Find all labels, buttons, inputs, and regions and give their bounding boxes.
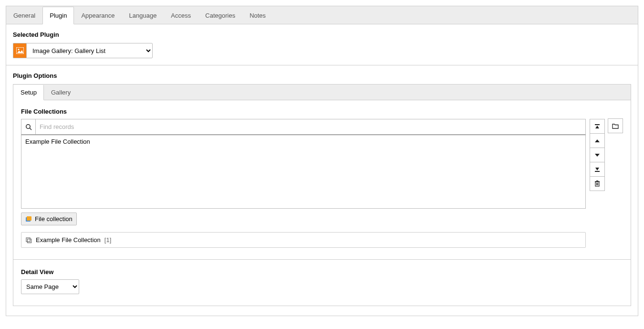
file-collection-row[interactable]: Example File Collection [1] (21, 232, 586, 248)
main-tabs: General Plugin Appearance Language Acces… (6, 6, 638, 24)
svg-rect-6 (26, 238, 30, 242)
svg-marker-12 (595, 168, 599, 170)
copy-icon (25, 237, 32, 244)
plugin-options-label: Plugin Options (13, 72, 631, 79)
svg-rect-5 (27, 216, 31, 221)
plugin-selector-row: Image Gallery: Gallery List (13, 43, 631, 58)
search-icon (21, 119, 36, 134)
svg-marker-10 (595, 139, 600, 142)
svg-rect-18 (595, 181, 600, 182)
setup-panel: File Collections Example File Collection (13, 100, 631, 306)
content-panel: General Plugin Appearance Language Acces… (6, 6, 638, 316)
plugin-options-section: Plugin Options Setup Gallery File Collec… (6, 65, 638, 316)
detail-view-label: Detail View (21, 268, 623, 276)
image-icon (13, 43, 26, 58)
row-name: Example File Collection (36, 236, 101, 244)
delete-button[interactable] (590, 176, 605, 191)
list-item[interactable]: Example File Collection (21, 135, 585, 148)
add-file-collection-button[interactable]: File collection (21, 212, 77, 225)
svg-marker-9 (595, 126, 599, 128)
tab-plugin[interactable]: Plugin (42, 7, 74, 24)
move-up-icon (594, 138, 600, 144)
tab-general[interactable]: General (6, 7, 42, 24)
move-top-icon (594, 124, 600, 129)
search-bar (21, 119, 586, 135)
tab-appearance[interactable]: Appearance (74, 7, 122, 24)
tab-notes[interactable]: Notes (242, 7, 273, 24)
tab-language[interactable]: Language (122, 7, 164, 24)
svg-marker-11 (595, 154, 600, 157)
row-count: [1] (104, 236, 111, 244)
move-down-button[interactable] (590, 148, 605, 162)
add-file-collection-label: File collection (35, 215, 73, 223)
tab-access[interactable]: Access (164, 7, 198, 24)
browse-button[interactable] (608, 118, 623, 133)
move-bottom-button[interactable] (590, 162, 605, 177)
svg-line-3 (30, 128, 31, 130)
svg-rect-13 (595, 171, 600, 172)
plugin-select[interactable]: Image Gallery: Gallery List (26, 43, 153, 58)
move-top-button[interactable] (590, 119, 605, 134)
move-bottom-icon (594, 167, 600, 172)
plugin-options-tabs: Setup Gallery (13, 84, 631, 100)
svg-point-1 (18, 49, 19, 50)
divider (13, 259, 631, 260)
move-up-button[interactable] (590, 133, 605, 148)
reorder-controls (590, 119, 605, 191)
svg-rect-8 (595, 124, 600, 125)
detail-view-select[interactable]: Same Page (21, 279, 79, 294)
tab-categories[interactable]: Categories (198, 7, 242, 24)
selected-plugin-label: Selected Plugin (13, 31, 631, 38)
svg-rect-19 (596, 180, 598, 181)
file-collections-listbox[interactable]: Example File Collection (21, 135, 586, 209)
subtab-setup[interactable]: Setup (13, 85, 44, 100)
svg-rect-7 (28, 239, 31, 243)
file-collection-icon (25, 216, 32, 223)
file-collections-label: File Collections (21, 108, 623, 115)
folder-icon (612, 123, 619, 129)
svg-point-2 (26, 124, 30, 128)
move-down-icon (594, 152, 600, 158)
selected-plugin-section: Selected Plugin Image Gallery: Gallery L… (6, 24, 638, 65)
search-input[interactable] (36, 119, 585, 134)
subtab-gallery[interactable]: Gallery (44, 85, 78, 100)
trash-icon (594, 180, 600, 187)
